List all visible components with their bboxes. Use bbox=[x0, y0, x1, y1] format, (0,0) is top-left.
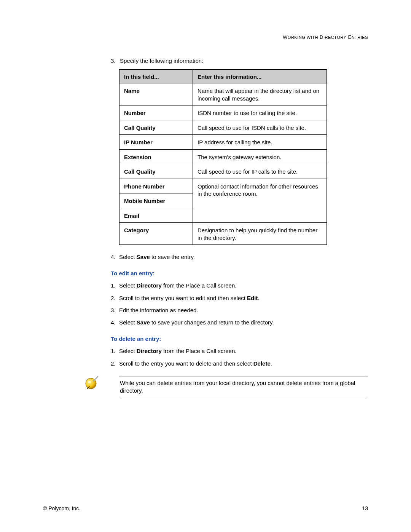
cell-info: Name that will appear in the directory l… bbox=[193, 83, 327, 105]
step-4-list: 4.Select Save to save the entry. bbox=[111, 253, 368, 261]
edit-list: 1.Select Directory from the Place a Call… bbox=[111, 282, 368, 326]
list-item: 2.Scroll to the entry you want to edit a… bbox=[111, 294, 368, 302]
delete-heading: To delete an entry: bbox=[111, 335, 368, 342]
step-4-pre: Select bbox=[119, 254, 137, 260]
edit-heading: To edit an entry: bbox=[111, 270, 368, 276]
cell-field: Category bbox=[119, 223, 193, 245]
cell-field: Phone Number bbox=[119, 179, 193, 193]
cell-field: Email bbox=[119, 208, 193, 223]
svg-point-1 bbox=[88, 381, 91, 383]
cell-info: The system's gateway extension. bbox=[193, 149, 327, 164]
cell-info: Call speed to use for IP calls to the si… bbox=[193, 164, 327, 179]
cell-info: ISDN number to use for calling the site. bbox=[193, 105, 327, 120]
table-header-row: In this field... Enter this information.… bbox=[119, 70, 327, 83]
table-row: Phone Number Optional contact informatio… bbox=[119, 179, 327, 193]
cell-field: Call Quality bbox=[119, 164, 193, 179]
table-row: Name Name that will appear in the direct… bbox=[119, 83, 327, 105]
list-item: 1.Select Directory from the Place a Call… bbox=[111, 347, 368, 355]
page-footer: © Polycom, Inc. 13 bbox=[43, 505, 368, 511]
pushpin-icon bbox=[84, 375, 99, 390]
content-area: 3.Specify the following information: In … bbox=[111, 58, 368, 397]
list-item: 4.Select Save to save your changes and r… bbox=[111, 319, 368, 326]
cell-field: Number bbox=[119, 105, 193, 120]
step-4-item: 4.Select Save to save the entry. bbox=[111, 253, 368, 261]
th-field: In this field... bbox=[119, 70, 193, 83]
footer-copyright: © Polycom, Inc. bbox=[43, 505, 80, 511]
step-4-bold: Save bbox=[137, 254, 150, 260]
cell-info: Optional contact information for other r… bbox=[193, 179, 327, 223]
table-row: Call Quality Call speed to use for ISDN … bbox=[119, 120, 327, 135]
cell-field: IP Number bbox=[119, 135, 193, 150]
table-row: Call Quality Call speed to use for IP ca… bbox=[119, 164, 327, 179]
cell-field: Mobile Number bbox=[119, 193, 193, 208]
step-3-line: 3.Specify the following information: bbox=[111, 58, 368, 64]
footer-page-number: 13 bbox=[362, 505, 368, 511]
step-3-number: 3. bbox=[111, 58, 120, 64]
note-text: While you can delete entries from your l… bbox=[119, 377, 368, 398]
table-row: Number ISDN number to use for calling th… bbox=[119, 105, 327, 120]
section-header: WORKING WITH DIRECTORY ENTRIES bbox=[43, 34, 368, 40]
list-item: 2.Scroll to the entry you want to delete… bbox=[111, 360, 368, 367]
cell-field: Call Quality bbox=[119, 120, 193, 135]
step-4-post: to save the entry. bbox=[150, 254, 195, 260]
list-item: 1.Select Directory from the Place a Call… bbox=[111, 282, 368, 289]
page: WORKING WITH DIRECTORY ENTRIES 3.Specify… bbox=[0, 0, 411, 532]
field-info-table: In this field... Enter this information.… bbox=[119, 69, 327, 245]
cell-field: Extension bbox=[119, 149, 193, 164]
delete-list: 1.Select Directory from the Place a Call… bbox=[111, 347, 368, 367]
section-title-text: WORKING WITH DIRECTORY ENTRIES bbox=[283, 34, 368, 40]
table-row: IP Number IP address for calling the sit… bbox=[119, 135, 327, 150]
cell-info: Designation to help you quickly find the… bbox=[193, 223, 327, 245]
cell-info: IP address for calling the site. bbox=[193, 135, 327, 150]
step-4-number: 4. bbox=[111, 253, 119, 261]
cell-info: Call speed to use for ISDN calls to the … bbox=[193, 120, 327, 135]
th-info: Enter this information... bbox=[193, 70, 327, 83]
step-3-text: Specify the following information: bbox=[120, 58, 203, 64]
table-row: Category Designation to help you quickly… bbox=[119, 223, 327, 245]
cell-field: Name bbox=[119, 83, 193, 105]
note-block: While you can delete entries from your l… bbox=[111, 377, 368, 398]
list-item: 3.Edit the information as needed. bbox=[111, 307, 368, 314]
table-row: Extension The system's gateway extension… bbox=[119, 149, 327, 164]
